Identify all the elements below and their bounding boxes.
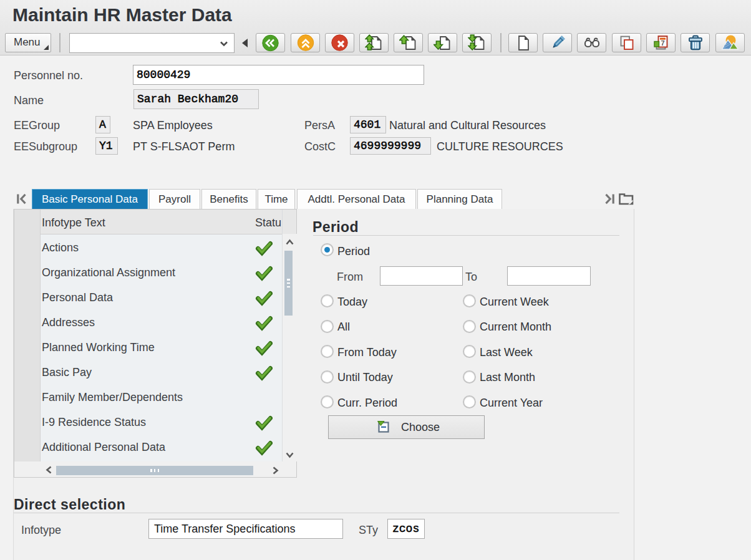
svg-text:7: 7: [661, 39, 664, 46]
